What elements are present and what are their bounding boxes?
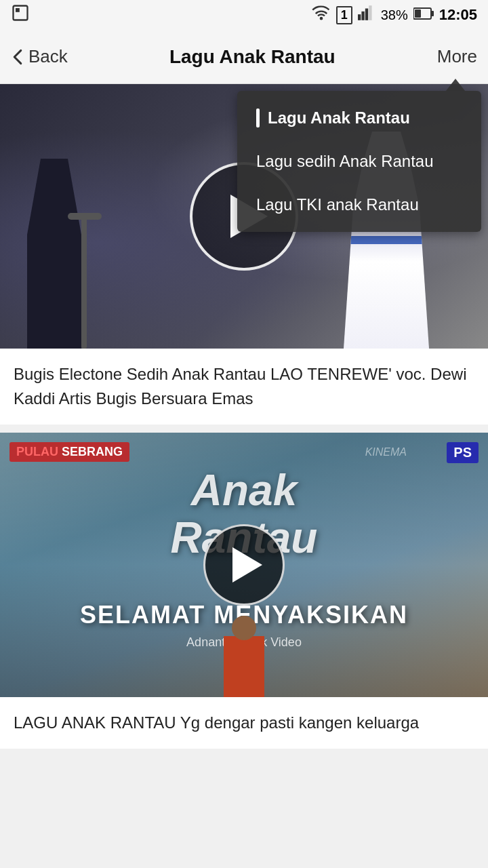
dropdown-arrow — [446, 79, 465, 91]
status-wifi-icon — [312, 5, 331, 24]
dropdown-item-label-2: Lagu sedih Anak Rantau — [256, 152, 434, 171]
signal-icon — [358, 5, 375, 24]
back-label: Back — [28, 46, 68, 67]
dropdown-item-label-3: Lagu TKI anak Rantau — [256, 195, 419, 214]
svg-rect-8 — [415, 9, 421, 18]
back-button[interactable]: Back — [11, 46, 68, 67]
ps-badge: PS — [447, 442, 479, 463]
time-display: 12:05 — [439, 6, 477, 24]
status-bar: 1 38% 12:05 — [0, 0, 488, 30]
status-bar-left — [11, 3, 30, 26]
dropdown-item-2[interactable]: Lagu sedih Anak Rantau — [237, 140, 481, 183]
svg-rect-1 — [16, 8, 20, 12]
video-thumbnail-2[interactable]: PULAU SEBRANG PS KINEMA AnakRantau SELAM… — [0, 433, 488, 697]
svg-rect-4 — [365, 9, 368, 20]
child-silhouette — [224, 636, 264, 697]
more-button[interactable]: More — [437, 46, 477, 67]
svg-rect-7 — [431, 11, 434, 16]
play-button-2[interactable] — [203, 524, 285, 606]
dropdown-item-3[interactable]: Lagu TKI anak Rantau — [237, 183, 481, 226]
active-indicator — [256, 108, 260, 127]
battery-icon — [413, 6, 434, 24]
dropdown-menu: Lagu Anak Rantau Lagu sedih Anak Rantau … — [237, 91, 481, 232]
battery-percentage: 38% — [381, 7, 408, 23]
video-description-1: Bugis Electone Sedih Anak Rantau LAO TEN… — [0, 349, 488, 425]
svg-rect-0 — [14, 6, 28, 20]
dropdown-item-1[interactable]: Lagu Anak Rantau — [237, 96, 481, 140]
toolbar: Back Lagu Anak Rantau More — [0, 30, 488, 84]
content-area: Bugis Electone Sedih Anak Rantau LAO TEN… — [0, 84, 488, 749]
play-triangle-2 — [232, 547, 262, 583]
sim-icon: 1 — [336, 6, 352, 24]
video-description-2: LAGU ANAK RANTAU Yg dengar pasti kangen … — [0, 697, 488, 749]
pulau-sebrang-badge: PULAU SEBRANG — [9, 442, 129, 462]
kinema-watermark: KINEMA — [365, 446, 407, 458]
dropdown-item-label-1: Lagu Anak Rantau — [268, 108, 410, 127]
svg-rect-5 — [369, 5, 371, 20]
video-card-2: PULAU SEBRANG PS KINEMA AnakRantau SELAM… — [0, 433, 488, 749]
page-title: Lagu Anak Rantau — [68, 46, 437, 68]
svg-rect-2 — [358, 14, 361, 20]
svg-rect-3 — [361, 12, 364, 20]
